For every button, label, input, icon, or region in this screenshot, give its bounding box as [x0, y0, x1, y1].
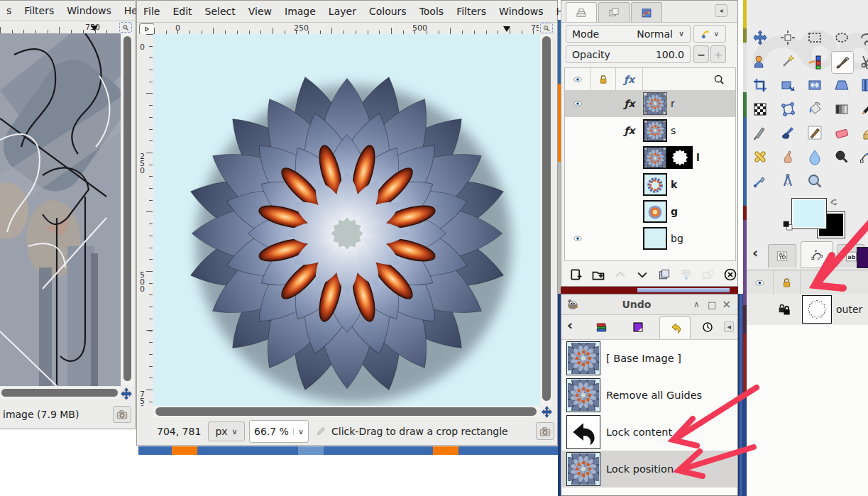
default-colors-icon[interactable] — [782, 220, 793, 231]
layer-row-outer[interactable]: outer — [747, 294, 868, 326]
tab-tool-options[interactable]: PP — [801, 241, 833, 268]
tool-n-point-deformation[interactable] — [749, 99, 771, 120]
tool-flip[interactable] — [804, 75, 825, 96]
zoom-follow-icon[interactable] — [119, 22, 132, 33]
column-effects[interactable]: ƒx — [616, 68, 643, 91]
tool-bucket-fill[interactable] — [804, 99, 825, 120]
menu-item-layer[interactable]: Layer — [322, 2, 363, 21]
tool-perspective[interactable] — [831, 75, 852, 96]
tab-layers-dockable[interactable] — [586, 316, 617, 338]
mode-switch-button[interactable]: ∨ — [693, 25, 726, 43]
tool-zoom[interactable] — [804, 170, 825, 192]
tab-layers[interactable] — [566, 2, 597, 22]
raise-layer-button[interactable] — [611, 265, 630, 284]
tool-dodge-burn[interactable] — [831, 146, 852, 167]
layer-row-l[interactable]: l — [565, 144, 735, 171]
navigate-icon[interactable] — [540, 405, 554, 419]
layer-visibility-toggle[interactable] — [565, 233, 590, 243]
tool-alignment[interactable] — [777, 27, 798, 48]
undo-item-remove-all-guides[interactable]: Remove all Guides — [562, 377, 737, 414]
tool-foreground-select[interactable] — [749, 51, 771, 72]
left-h-scrollbar[interactable] — [0, 387, 121, 399]
menu-item-select[interactable]: Select — [199, 2, 242, 21]
layer-thumbnail[interactable] — [643, 200, 667, 223]
tool-gradient[interactable] — [831, 99, 852, 120]
window-close-button[interactable]: × — [722, 299, 737, 310]
lower-layer-button[interactable] — [633, 265, 652, 284]
layer-thumbnail[interactable] — [643, 173, 667, 196]
tool-cage-transform[interactable] — [777, 99, 798, 120]
column-visibility[interactable] — [747, 270, 774, 294]
undo-item-lock-content[interactable]: Lock content — [562, 414, 737, 451]
layer-row-k[interactable]: k — [565, 171, 735, 198]
opacity-increase-button[interactable]: + — [710, 45, 726, 63]
tool-crop[interactable] — [749, 75, 771, 96]
merge-down-button[interactable] — [677, 265, 696, 284]
opacity-decrease-button[interactable]: − — [693, 45, 709, 63]
main-v-scrollbar[interactable] — [541, 34, 552, 406]
new-layer-button[interactable] — [567, 265, 586, 284]
delete-layer-button[interactable] — [721, 265, 740, 284]
tool-smudge[interactable] — [777, 146, 798, 167]
foreground-color-swatch[interactable] — [792, 199, 826, 228]
layer-row-s[interactable]: ƒxs — [565, 117, 735, 144]
main-canvas[interactable] — [153, 34, 540, 406]
layer-thumbnail[interactable] — [643, 227, 667, 250]
tab-scroll-left[interactable]: ‹ — [567, 318, 573, 332]
window-shade-button[interactable]: ∧ — [693, 300, 708, 309]
zoom-dropdown[interactable]: 66.7 % ∨ — [249, 420, 309, 443]
menu-item-s[interactable]: s — [0, 1, 18, 20]
menu-item-file[interactable]: File — [137, 2, 166, 21]
add-mask-button[interactable] — [699, 265, 718, 284]
tool-heal[interactable] — [749, 146, 771, 167]
tool-unified-transform[interactable] — [777, 75, 798, 96]
layer-visibility-toggle[interactable] — [565, 99, 590, 109]
tool-pencil[interactable] — [857, 99, 868, 120]
tool-rectangle-select[interactable] — [804, 27, 825, 48]
left-v-scrollbar[interactable] — [121, 33, 133, 386]
unit-dropdown[interactable]: px ∨ — [208, 421, 245, 441]
tool-ellipse-select[interactable] — [831, 27, 852, 48]
tool-free-select[interactable] — [857, 27, 868, 48]
duplicate-layer-button[interactable] — [655, 265, 674, 284]
tool-airbrush[interactable] — [749, 122, 771, 143]
column-lock[interactable] — [590, 68, 616, 91]
tab-channels[interactable] — [598, 2, 630, 22]
tool-move[interactable] — [749, 27, 771, 48]
layer-mask-thumbnail[interactable] — [667, 146, 693, 169]
layer-row-g[interactable]: g — [565, 198, 735, 225]
tool-scissors-select[interactable] — [857, 51, 868, 72]
menu-item-image[interactable]: Image — [278, 2, 322, 21]
tool-ink[interactable] — [777, 122, 798, 143]
menu-item-windows[interactable]: Windows — [493, 2, 550, 21]
zoom-follow-icon[interactable] — [540, 23, 553, 33]
tool-color-picker[interactable] — [749, 170, 771, 192]
menu-item-filters[interactable]: Filters — [450, 2, 493, 21]
layer-row-bg[interactable]: bg — [565, 225, 735, 252]
swap-colors-icon[interactable] — [829, 197, 840, 208]
quickmask-corner-icon[interactable] — [139, 23, 155, 35]
layer-thumbnail[interactable] — [643, 146, 667, 169]
tool-fuzzy-select[interactable] — [777, 51, 798, 72]
screenshot-button[interactable] — [536, 422, 554, 440]
column-visibility[interactable] — [565, 68, 590, 91]
menu-item-tools[interactable]: Tools — [413, 2, 451, 21]
layer-thumbnail[interactable] — [643, 92, 667, 115]
main-h-scrollbar[interactable] — [153, 406, 540, 417]
tab-scroll-left[interactable]: ‹ — [752, 246, 758, 260]
opacity-slider[interactable]: Opacity 100.0 — [566, 45, 691, 63]
tool-handle-transform[interactable] — [857, 75, 868, 96]
tool-blur-sharpen[interactable] — [804, 146, 825, 167]
tab-undo-history[interactable] — [659, 316, 691, 338]
tab-device-status[interactable] — [768, 244, 796, 268]
menu-item-colours[interactable]: Colours — [363, 2, 413, 21]
left-canvas[interactable] — [0, 33, 121, 386]
mode-dropdown[interactable]: Mode Normal ∨ — [566, 25, 691, 43]
tab-paths[interactable] — [631, 2, 662, 22]
tool-eraser[interactable] — [831, 122, 852, 143]
layer-row-r[interactable]: ƒxr — [565, 90, 735, 117]
menu-item-view[interactable]: View — [242, 2, 278, 21]
layer-thumbnail[interactable] — [643, 119, 667, 142]
panel-collapse-button[interactable]: ◂ — [724, 321, 734, 332]
tab-gradients-dockable[interactable] — [622, 316, 654, 338]
